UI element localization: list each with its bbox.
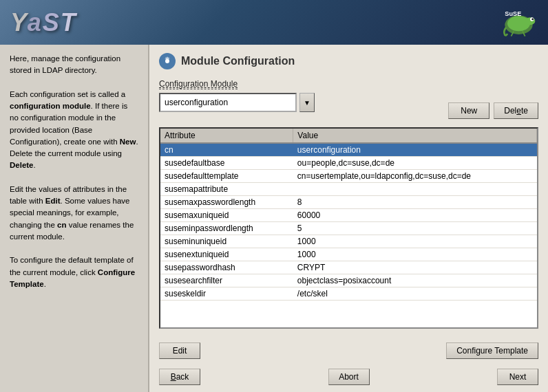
table-body: cnuserconfigurationsusedefaultbaseou=peo… — [160, 143, 537, 301]
logo-s: S — [43, 8, 61, 36]
attribute-cell: susemaxuniqueid — [160, 209, 293, 222]
delete-label: Delete — [504, 106, 528, 116]
value-column-header: Value — [293, 129, 537, 143]
left-intro: Here, manage the configuration stored in… — [10, 53, 138, 77]
bold-delete: Delete — [10, 161, 34, 169]
left-para1: Each configuration set is called a confi… — [10, 89, 138, 172]
table-row[interactable]: susemapattribute — [160, 183, 537, 196]
panel-title-area: Module Configuration — [159, 53, 538, 69]
attribute-cell: susedefaulttemplate — [160, 170, 293, 183]
logo-t: T — [61, 8, 77, 36]
attribute-cell: cn — [160, 143, 293, 157]
configure-template-button[interactable]: Configure Template — [446, 342, 538, 359]
table-row[interactable]: susenextuniqueid1000 — [160, 248, 537, 261]
delete-button[interactable]: Delete — [494, 102, 538, 119]
value-cell — [293, 183, 537, 196]
dropdown-value: userconfiguration — [165, 98, 228, 107]
value-cell: userconfiguration — [293, 143, 537, 157]
value-cell: cn=usertemplate,ou=ldapconfig,dc=suse,dc… — [293, 170, 537, 183]
table-row[interactable]: susemaxuniqueid60000 — [160, 209, 537, 222]
bottom-buttons: Back Abort Next — [159, 364, 538, 385]
attribute-column-header: Attribute — [160, 129, 293, 143]
value-cell: objectclass=posixaccount — [293, 274, 537, 287]
svg-point-4 — [531, 19, 534, 21]
table-row[interactable]: suseskeldir/etc/skel — [160, 287, 537, 301]
dropdown-row: userconfiguration ▼ — [159, 93, 315, 112]
value-cell: 60000 — [293, 209, 537, 222]
logo-y: Y — [10, 8, 28, 36]
gear-icon — [162, 56, 173, 67]
attribute-cell: susesearchfilter — [160, 274, 293, 287]
attribute-cell: susemaxpasswordlength — [160, 196, 293, 209]
yast-logo: YaST — [10, 8, 77, 37]
bold-configuration-module: configuration module — [10, 102, 91, 110]
table-row[interactable]: susesearchfilterobjectclass=posixaccount — [160, 274, 537, 287]
logo-a: a — [28, 8, 43, 36]
value-cell: 8 — [293, 196, 537, 209]
back-button[interactable]: Back — [159, 369, 200, 385]
edit-configure-row: Edit Configure Template — [159, 342, 538, 359]
left-para3: To configure the default template of the… — [10, 254, 138, 290]
table-row[interactable]: susemaxpasswordlength8 — [160, 196, 537, 209]
table-wrapper: Attribute Value cnuserconfigurationsused… — [159, 127, 538, 336]
back-label: Back — [171, 372, 189, 382]
table-row[interactable]: suseminuniqueid1000 — [160, 235, 537, 248]
attribute-cell: susenextuniqueid — [160, 248, 293, 261]
next-button[interactable]: Next — [497, 369, 538, 385]
bold-cn: cn — [57, 221, 66, 229]
value-cell: /etc/skel — [293, 287, 537, 301]
svg-text:SuSE: SuSE — [505, 10, 521, 17]
value-cell: ou=people,dc=suse,dc=de — [293, 157, 537, 170]
value-cell: CRYPT — [293, 261, 537, 274]
header: YaST SuSE — [0, 0, 548, 45]
abort-button[interactable]: Abort — [328, 369, 370, 385]
attribute-table: Attribute Value cnuserconfigurationsused… — [160, 129, 537, 301]
attribute-cell: suseskeldir — [160, 287, 293, 301]
suse-logo: SuSE — [500, 7, 538, 38]
panel-title-text: Module Configuration — [181, 55, 295, 67]
table-row[interactable]: susedefaulttemplatecn=usertemplate,ou=ld… — [160, 170, 537, 183]
left-panel: Here, manage the configuration stored in… — [0, 45, 148, 392]
dropdown-arrow-button[interactable]: ▼ — [299, 93, 315, 112]
attribute-cell: susemapattribute — [160, 183, 293, 196]
main-area: Here, manage the configuration stored in… — [0, 45, 548, 392]
config-module-label: Configuration Module — [159, 79, 315, 89]
table-row[interactable]: cnuserconfiguration — [160, 143, 537, 157]
attribute-cell: susedefaultbase — [160, 157, 293, 170]
value-cell: 1000 — [293, 248, 537, 261]
table-header-row: Attribute Value — [160, 129, 537, 143]
table-row[interactable]: susepasswordhashCRYPT — [160, 261, 537, 274]
edit-button[interactable]: Edit — [159, 342, 200, 359]
config-module-dropdown[interactable]: userconfiguration — [159, 93, 297, 112]
attribute-table-container[interactable]: Attribute Value cnuserconfigurationsused… — [159, 127, 538, 329]
right-panel: Module Configuration Configuration Modul… — [148, 45, 548, 392]
value-cell: 5 — [293, 222, 537, 235]
attribute-cell: suseminuniqueid — [160, 235, 293, 248]
module-config-icon — [159, 53, 176, 69]
left-para2: Edit the values of attributes in the tab… — [10, 184, 138, 243]
table-row[interactable]: susedefaultbaseou=people,dc=suse,dc=de — [160, 157, 537, 170]
suse-chameleon-icon: SuSE — [500, 7, 538, 38]
bold-new: New — [120, 138, 136, 146]
new-button[interactable]: New — [448, 102, 489, 119]
attribute-cell: suseminpasswordlength — [160, 222, 293, 235]
attribute-cell: susepasswordhash — [160, 261, 293, 274]
table-row[interactable]: suseminpasswordlength5 — [160, 222, 537, 235]
value-cell: 1000 — [293, 235, 537, 248]
bold-edit: Edit — [45, 197, 61, 205]
